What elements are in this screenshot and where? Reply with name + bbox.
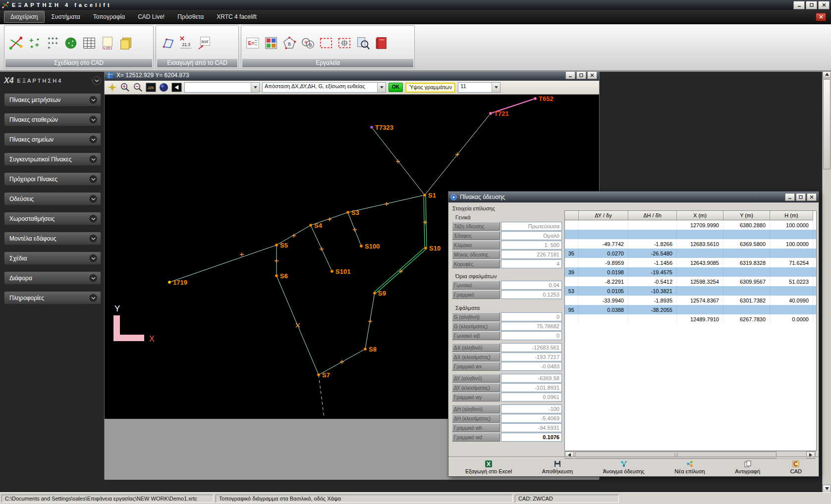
pentagon-b-icon[interactable]: B: [282, 36, 297, 50]
e-equals-icon[interactable]: E=: [245, 36, 260, 50]
j25-icon[interactable]: J25: [146, 82, 156, 93]
chevron-down-icon[interactable]: [492, 83, 500, 92]
chevron-down-icon[interactable]: [89, 274, 98, 283]
point-S7[interactable]: [317, 373, 320, 376]
table-row[interactable]: 950.0388-38.2055: [565, 305, 816, 314]
scroll-down-icon[interactable]: [823, 485, 831, 493]
child-close-button[interactable]: [587, 71, 597, 79]
point-T721[interactable]: [489, 112, 492, 115]
field-value[interactable]: 0: [501, 312, 562, 321]
point-S101[interactable]: [331, 270, 333, 273]
field-value[interactable]: -0.0483: [501, 362, 562, 371]
document-close-button[interactable]: [816, 13, 826, 21]
table-row[interactable]: -8.2291-0.541212598.32546309.956751.0223: [565, 277, 816, 286]
snap-grid-icon[interactable]: [107, 82, 117, 93]
chevron-down-icon[interactable]: [377, 83, 386, 92]
table-row[interactable]: 530.0105-10.3821: [565, 286, 816, 296]
minimize-button[interactable]: [793, 1, 805, 9]
sidebar-item[interactable]: Πρόχειροι Πίνακες: [4, 172, 101, 186]
field-value[interactable]: 0.1076: [501, 433, 562, 442]
table-row[interactable]: -9.8959-1.145612643.90856319.832871.6254: [565, 258, 816, 267]
sidebar-item[interactable]: Συγκεντρωτικοί Πίνακες: [4, 152, 101, 166]
sidebar-header[interactable]: X4 ΕΞΑΡΤΗΣΗ4: [4, 74, 101, 87]
dialog-close-button[interactable]: [807, 193, 817, 201]
ok-button[interactable]: OK: [388, 83, 403, 92]
chevron-down-icon[interactable]: [89, 135, 98, 144]
table-header-cell[interactable]: H (m): [770, 211, 813, 220]
table-header-cell[interactable]: Y (m): [723, 211, 770, 220]
table-header-cell[interactable]: [565, 211, 579, 220]
export-excel-button[interactable]: Εξαγωγή στο Excel: [465, 460, 512, 474]
sidebar-item[interactable]: Διάφορα: [4, 271, 101, 285]
sidebar-item[interactable]: Οδεύσεις: [4, 192, 101, 205]
cad-button[interactable]: CAD: [790, 460, 802, 474]
zoom-in-icon[interactable]: [120, 82, 130, 93]
new-solution-button[interactable]: Νέα επίλυση: [674, 460, 705, 474]
point-S100[interactable]: [360, 245, 363, 248]
vscroll-thumb[interactable]: [823, 79, 831, 169]
tree-points-icon[interactable]: [63, 36, 78, 50]
menu-item[interactable]: Διαχείριση: [4, 11, 45, 23]
red-book-icon[interactable]: [374, 36, 388, 50]
chevron-down-icon[interactable]: [251, 83, 259, 92]
chevron-down-icon[interactable]: [89, 175, 98, 184]
traverse-table-wrap[interactable]: ΔΥ / δyΔΗ / δhX (m)Y (m)H (m)12709.99906…: [564, 210, 817, 451]
field-value[interactable]: 4: [501, 259, 562, 268]
n651-page-icon[interactable]: N.651: [100, 36, 115, 50]
dashed-rect-icon[interactable]: [319, 36, 333, 50]
table-header-cell[interactable]: ΔΗ / δh: [628, 211, 677, 220]
point-select-combo[interactable]: [184, 82, 260, 93]
chevron-down-icon[interactable]: [89, 294, 98, 302]
field-value[interactable]: -193.7217: [501, 353, 562, 361]
chevron-down-icon[interactable]: [89, 234, 98, 243]
point-S6[interactable]: [275, 274, 278, 277]
point-S4[interactable]: [309, 224, 312, 227]
sphere-icon[interactable]: [159, 82, 169, 93]
measure-mode-combo[interactable]: Απόσταση ΔΧ,ΔΥ,ΔΗ, G, εξίσωση ευθείας: [262, 82, 386, 93]
x213-dimension-icon[interactable]: 21.3: [178, 36, 193, 50]
field-value[interactable]: -5.4069: [501, 414, 562, 423]
table-row[interactable]: -49.7742-1.826612683.56106369.5800100.00…: [565, 239, 816, 249]
field-value[interactable]: Πρωτεύουσα: [501, 222, 562, 231]
chevron-down-icon[interactable]: [89, 214, 98, 223]
field-value[interactable]: Ομαλό: [501, 231, 562, 240]
field-value[interactable]: 1: 500: [501, 241, 562, 250]
field-value[interactable]: -94.5931: [501, 423, 562, 432]
field-value[interactable]: -100: [501, 404, 562, 413]
child-minimize-button[interactable]: [565, 71, 575, 79]
point-T652[interactable]: [534, 97, 537, 100]
maximize-button[interactable]: [806, 1, 817, 9]
table-header-cell[interactable]: ΔΥ / δy: [579, 211, 628, 220]
field-value[interactable]: 0.1253: [501, 290, 562, 299]
number-grid-icon[interactable]: [264, 36, 278, 50]
sidebar-item[interactable]: Μοντέλα εδάφους: [4, 232, 101, 245]
table-header-cell[interactable]: X (m): [677, 211, 723, 220]
point-1719[interactable]: [168, 281, 171, 284]
point-S8[interactable]: [364, 348, 367, 351]
point-S3[interactable]: [346, 211, 349, 214]
field-value[interactable]: 75.78682: [501, 322, 562, 331]
sidebar-item[interactable]: Σχέδια: [4, 252, 101, 265]
menu-item[interactable]: Πρόσθετα: [171, 11, 210, 22]
sidebar-item[interactable]: Πίνακες σταθερών: [4, 113, 101, 126]
black-arrow-icon[interactable]: [171, 82, 182, 93]
sidebar-item[interactable]: Πληροφορίες: [4, 291, 101, 304]
text-height-combo[interactable]: 11: [458, 82, 500, 93]
chevron-down-icon[interactable]: [89, 254, 98, 263]
field-value[interactable]: -101.8931: [501, 383, 562, 392]
dialog-minimize-button[interactable]: [785, 193, 795, 201]
table-row[interactable]: -33.9940-1.893512574.83676301.738240.099…: [565, 296, 816, 305]
point-S5[interactable]: [275, 244, 278, 247]
menu-item[interactable]: Τοπογραφία: [87, 11, 131, 22]
point-S1[interactable]: [423, 194, 426, 197]
sidebar-item[interactable]: Χωροσταθμήσεις: [4, 212, 101, 225]
point-S10[interactable]: [424, 247, 427, 250]
point-T7323[interactable]: [370, 126, 373, 129]
sidebar-item[interactable]: Πίνακες μετρήσεων: [4, 93, 101, 106]
chevron-down-icon[interactable]: [89, 96, 98, 104]
zoom-out-icon[interactable]: [133, 82, 143, 93]
field-value[interactable]: 0.0961: [501, 393, 562, 402]
text-import-icon[interactable]: text: [197, 36, 212, 50]
chevron-down-icon[interactable]: [89, 195, 98, 203]
copy-button[interactable]: Αντιγραφή: [735, 460, 760, 474]
